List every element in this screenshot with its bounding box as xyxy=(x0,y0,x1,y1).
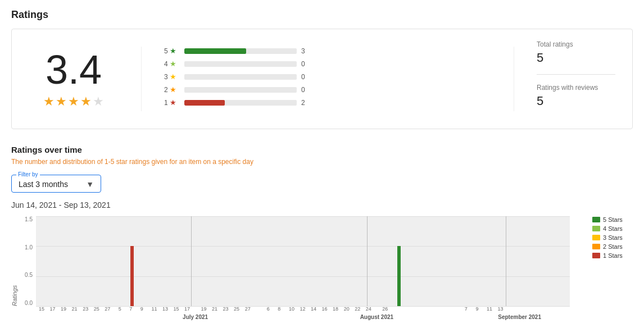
chart-section: Ratings over time The number and distrib… xyxy=(11,145,633,326)
ratings-reviews-value: 5 xyxy=(537,94,615,108)
bar-count-1: 2 xyxy=(301,99,308,107)
page-title: Ratings xyxy=(11,9,633,21)
tick-j15: 15 xyxy=(174,306,179,312)
tick-s13: 13 xyxy=(498,306,504,312)
dropdown-arrow-icon[interactable]: ▼ xyxy=(86,180,94,189)
star-display: ★ ★ ★ ★ ★ xyxy=(29,94,119,109)
tick-j25: 25 xyxy=(234,306,239,312)
data-bar-red xyxy=(130,246,134,306)
bar-label-1: 1 ★ xyxy=(164,98,180,107)
tick-a8: 8 xyxy=(278,306,280,312)
legend-color-2stars xyxy=(592,244,600,249)
total-ratings-label: Total ratings xyxy=(537,40,615,48)
legend-label-4stars: 4 Stars xyxy=(603,225,623,232)
bar-label-5: 5 ★ xyxy=(164,47,180,55)
y-labels: 1.5 1.0 0.5 0.0 xyxy=(20,216,36,306)
legend-color-4stars xyxy=(592,226,600,231)
ratings-reviews-label: Ratings with reviews xyxy=(537,84,615,92)
star-5: ★ xyxy=(93,94,104,109)
tick-21: 21 xyxy=(72,306,78,312)
chart-left: 1.5 1.0 0.5 0.0 xyxy=(20,216,586,326)
july-month-label: July 2021 xyxy=(183,314,208,320)
legend-label-1stars: 1 Stars xyxy=(603,252,623,259)
august-divider xyxy=(367,216,368,306)
legend-label-2stars: 2 Stars xyxy=(603,243,623,250)
bar-track-4 xyxy=(184,61,297,67)
bar-label-4: 4 ★ xyxy=(164,60,180,68)
data-bar-green xyxy=(397,246,401,306)
gridline-2 xyxy=(36,276,570,277)
bar-row-2: 2 ★ 0 xyxy=(164,85,491,94)
tick-j19: 19 xyxy=(201,306,206,312)
rating-bars-section: 5 ★ 3 4 ★ 0 xyxy=(141,47,514,111)
legend-color-3stars xyxy=(592,235,600,240)
legend-label-3stars: 3 Stars xyxy=(603,234,623,241)
september-divider xyxy=(506,216,506,306)
tick-a10: 10 xyxy=(289,306,294,312)
tick-j7: 7 xyxy=(129,306,132,312)
legend-color-5stars xyxy=(592,217,600,222)
bar-track-2 xyxy=(184,87,297,93)
y-axis-label: Ratings xyxy=(11,216,18,306)
chart-with-y: 1.5 1.0 0.5 0.0 xyxy=(20,216,586,306)
tick-j17: 17 xyxy=(184,306,190,312)
y-label-1.5: 1.5 xyxy=(20,216,33,222)
legend-1stars: 1 Stars xyxy=(592,252,631,259)
star-1: ★ xyxy=(43,94,55,109)
bar-row-5: 5 ★ 3 xyxy=(164,47,491,55)
date-range: Jun 14, 2021 - Sep 13, 2021 xyxy=(11,201,633,209)
bar-fill-1 xyxy=(184,100,225,106)
july-divider xyxy=(191,216,192,306)
y-label-0.5: 0.5 xyxy=(20,272,33,278)
star-4: ★ xyxy=(80,94,92,109)
gridline-1 xyxy=(36,246,570,247)
legend-4stars: 4 Stars xyxy=(592,225,631,232)
tick-j5: 5 xyxy=(119,306,121,312)
tick-s9: 9 xyxy=(475,306,478,312)
star-3: ★ xyxy=(68,94,79,109)
tick-a24: 24 xyxy=(366,306,371,312)
totals-section: Total ratings 5 Ratings with reviews 5 xyxy=(514,40,615,117)
tick-s11: 11 xyxy=(487,306,492,312)
bar-label-3: 3 ★ xyxy=(164,72,180,81)
total-ratings-value: 5 xyxy=(537,51,615,65)
filter-box[interactable]: Filter by Last 3 months ▼ xyxy=(11,175,101,193)
bar-track-3 xyxy=(184,74,297,80)
tick-a20: 20 xyxy=(344,306,350,312)
big-score-section: 3.4 ★ ★ ★ ★ ★ xyxy=(29,49,141,109)
tick-25: 25 xyxy=(94,306,99,312)
bar-row-1: 1 ★ 2 xyxy=(164,98,491,107)
tick-j27: 27 xyxy=(245,306,251,312)
chart-legend: 5 Stars 4 Stars 3 Stars 2 Stars 1 Stars xyxy=(586,216,631,259)
bar-row-4: 4 ★ 0 xyxy=(164,60,491,68)
x-axis: 15 17 19 21 23 25 27 July 2021 5 7 9 11 … xyxy=(36,306,586,326)
bar-count-2: 0 xyxy=(301,86,308,94)
chart-outer: Ratings 1.5 1.0 0.5 0.0 xyxy=(11,216,633,326)
tick-a14: 14 xyxy=(311,306,316,312)
bar-label-2: 2 ★ xyxy=(164,85,180,94)
legend-color-1stars xyxy=(592,253,600,258)
tick-23: 23 xyxy=(83,306,88,312)
gridline-top xyxy=(36,216,570,217)
tick-15: 15 xyxy=(39,306,44,312)
chart-body xyxy=(36,216,570,306)
august-month-label: August 2021 xyxy=(360,314,393,320)
chart-title: Ratings over time xyxy=(11,145,633,154)
bar-track-1 xyxy=(184,100,297,106)
tick-a12: 12 xyxy=(300,306,305,312)
tick-a18: 18 xyxy=(333,306,338,312)
tick-a22: 22 xyxy=(355,306,360,312)
tick-j23: 23 xyxy=(223,306,229,312)
star-2: ★ xyxy=(56,94,67,109)
bar-fill-5 xyxy=(184,48,246,54)
tick-j9: 9 xyxy=(140,306,143,312)
tick-a26: 26 xyxy=(382,306,388,312)
bar-count-5: 3 xyxy=(301,47,308,55)
legend-5stars: 5 Stars xyxy=(592,216,631,223)
tick-27: 27 xyxy=(105,306,110,312)
page-container: Ratings 3.4 ★ ★ ★ ★ ★ 5 ★ xyxy=(0,0,644,328)
bar-track-5 xyxy=(184,48,297,54)
tick-17: 17 xyxy=(49,306,55,312)
average-score: 3.4 xyxy=(29,49,119,90)
y-label-0.0: 0.0 xyxy=(20,300,33,306)
